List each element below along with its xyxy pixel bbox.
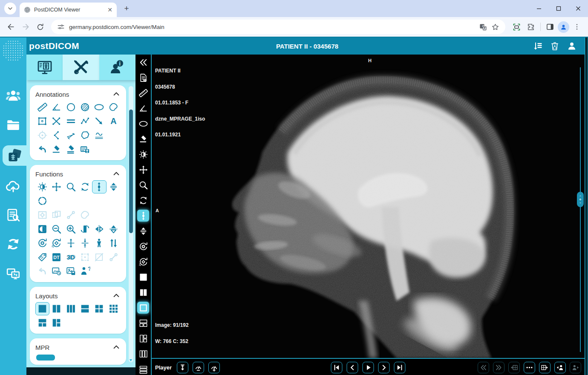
scroll-button[interactable]	[137, 210, 149, 222]
hanging-protocol-icon[interactable]	[533, 41, 543, 51]
layout-2col-button[interactable]	[137, 286, 149, 298]
tool-arrow[interactable]	[92, 115, 106, 128]
tool-reset-rotate[interactable]	[35, 237, 49, 250]
tool-circle[interactable]	[64, 101, 78, 114]
site-settings-icon[interactable]	[57, 23, 65, 31]
tool-layout-1-2[interactable]	[35, 316, 49, 329]
browser-tab[interactable]: PostDICOM Viewer ✕	[20, 3, 117, 17]
collapse-chevron-icon[interactable]	[112, 291, 121, 300]
tool-zoom-in[interactable]	[64, 222, 78, 236]
zoom-button[interactable]	[137, 179, 149, 191]
panel-scrollbar-thumb[interactable]	[129, 110, 133, 233]
collapse-chevron-icon[interactable]	[112, 90, 121, 98]
tab-tools[interactable]	[63, 55, 99, 80]
layout-rows-outline-button[interactable]	[137, 363, 149, 375]
tool-pan[interactable]	[49, 180, 63, 193]
tool-layout-1x3[interactable]	[64, 302, 78, 315]
screen-capture-icon[interactable]	[510, 20, 523, 34]
bookmark-star-icon[interactable]	[491, 23, 499, 31]
tool-ellipse[interactable]	[92, 101, 106, 114]
play-button[interactable]	[363, 362, 374, 373]
tool-ruler[interactable]	[35, 101, 49, 114]
patients-button[interactable]	[0, 87, 26, 104]
ruler-button[interactable]	[137, 87, 149, 99]
play-direction-button[interactable]	[177, 362, 188, 373]
tool-polygon[interactable]	[78, 129, 92, 142]
layout-current-button[interactable]	[137, 302, 149, 314]
tool-save-annotation[interactable]	[78, 143, 92, 156]
tool-patient-orientation[interactable]	[92, 237, 106, 250]
tool-parallel-lines[interactable]	[64, 115, 78, 128]
tool-undo[interactable]	[35, 143, 49, 156]
tool-layout-3x3[interactable]	[107, 302, 121, 315]
panel-scroll-down-icon[interactable]	[130, 359, 132, 361]
tool-rect-roi[interactable]	[35, 115, 49, 128]
tab-viewer[interactable]	[26, 55, 63, 80]
eraser-button[interactable]	[137, 133, 149, 145]
tool-image-save[interactable]	[64, 265, 78, 278]
next-layout-button[interactable]	[539, 362, 551, 373]
window-minimize-button[interactable]	[529, 0, 549, 17]
tool-layout-1x2[interactable]	[49, 302, 63, 315]
tool-layout-1x1[interactable]	[35, 302, 49, 315]
slider-track[interactable]	[580, 67, 581, 352]
tool-dicom-tags[interactable]: DT	[49, 251, 63, 264]
recycle-bin-icon[interactable]	[550, 41, 560, 51]
url-bar[interactable]: germany.postdicom.com/Viewer/Main G	[51, 20, 505, 34]
upload-button[interactable]	[0, 178, 26, 195]
tool-tag[interactable]	[35, 251, 49, 264]
tool-scroll[interactable]	[92, 180, 106, 193]
collapse-chevron-icon[interactable]	[112, 343, 121, 352]
reset-rotate-button[interactable]	[137, 240, 149, 252]
image-viewer-button[interactable]	[3, 145, 26, 166]
fast-previous-button[interactable]	[478, 362, 489, 373]
tool-reset-window[interactable]	[49, 237, 63, 250]
tool-eraser-all[interactable]	[64, 143, 78, 156]
speed-faster-button[interactable]	[208, 362, 220, 373]
tab-close-icon[interactable]: ✕	[107, 6, 112, 13]
report-button[interactable]	[137, 72, 149, 84]
folders-button[interactable]	[0, 116, 26, 133]
tool-cross-lines[interactable]	[49, 115, 63, 128]
browser-profile-avatar[interactable]	[558, 21, 569, 33]
slider-handle[interactable]: ⌃⌄	[577, 192, 584, 207]
tab-patient-info[interactable]: i	[99, 55, 135, 80]
tool-sort-images[interactable]	[107, 237, 121, 250]
back-button[interactable]	[4, 20, 18, 34]
account-icon[interactable]	[567, 41, 577, 51]
tool-localizer[interactable]	[35, 194, 49, 208]
image-scroll-slider[interactable]: ⌃⌄	[579, 67, 581, 352]
tool-circle-hatched[interactable]	[78, 101, 92, 114]
angle-button[interactable]	[137, 102, 149, 114]
url-text[interactable]: germany.postdicom.com/Viewer/Main	[69, 24, 475, 30]
image-viewport[interactable]: PATIENT II 0345678 01.01.1853 - F dzne_M…	[152, 55, 585, 358]
tool-zoom-out[interactable]	[49, 222, 63, 236]
tool-zoom[interactable]	[64, 180, 78, 193]
collapse-chevron-icon[interactable]	[112, 170, 121, 178]
transfer-button[interactable]	[0, 236, 26, 253]
tool-image-history[interactable]	[49, 265, 63, 278]
tool-text[interactable]: A	[107, 115, 121, 128]
panel-scrollbar[interactable]	[129, 86, 133, 362]
speed-slower-button[interactable]	[193, 362, 204, 373]
more-options-button[interactable]	[524, 362, 535, 373]
pan-button[interactable]	[137, 164, 149, 176]
translate-icon[interactable]: G	[479, 23, 487, 31]
layout-1-2-outline-button[interactable]	[137, 317, 149, 329]
last-image-button[interactable]	[394, 362, 406, 373]
tab-search-button[interactable]	[4, 3, 16, 14]
tool-collapse-vertical[interactable]	[78, 237, 92, 250]
tool-spline[interactable]	[92, 129, 106, 142]
browser-menu-icon[interactable]	[570, 20, 584, 34]
tool-freehand[interactable]	[107, 101, 121, 114]
tool-layout-2x2[interactable]	[92, 302, 106, 315]
order-worklist-button[interactable]	[0, 207, 26, 224]
stack-button[interactable]	[137, 225, 149, 237]
next-image-button[interactable]	[378, 362, 390, 373]
first-image-button[interactable]	[331, 362, 343, 373]
tool-layout-2x1[interactable]	[78, 302, 92, 315]
tool-flip-horizontal[interactable]	[92, 222, 106, 236]
fast-next-button[interactable]	[493, 362, 504, 373]
tool-rotate-flip[interactable]	[78, 222, 92, 236]
previous-patient-button[interactable]	[554, 362, 566, 373]
